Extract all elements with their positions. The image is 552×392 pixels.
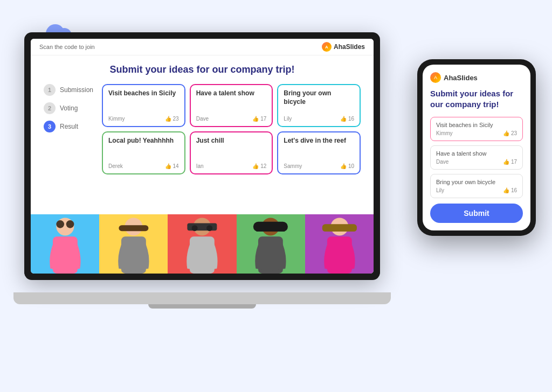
idea-author-5: Sammy [284, 163, 302, 169]
idea-footer-2: Lily 👍 16 [284, 116, 354, 122]
phone-vote-count-2: 16 [511, 187, 517, 193]
aha-icon: A [322, 42, 332, 52]
idea-author-4: Ian [196, 163, 204, 169]
idea-votes-1: 👍 17 [252, 116, 266, 122]
step-circle-2: 2 [44, 102, 56, 114]
idea-card-0: Visit beaches in Sicily Kimmy 👍 23 [102, 84, 185, 127]
thumb-icon-5: 👍 [340, 163, 347, 169]
svg-point-3 [66, 220, 74, 228]
idea-votes-0: 👍 23 [165, 116, 179, 122]
steps-sidebar: 1 Submission 2 Voting 3 Result [44, 84, 93, 174]
step-item-submission: 1 Submission [44, 84, 93, 96]
vote-count-0: 23 [173, 116, 179, 122]
photo-slot-5 [305, 214, 374, 274]
idea-card-1: Have a talent show Dave 👍 17 [190, 84, 273, 127]
idea-author-3: Derek [108, 163, 123, 169]
slide-content: Submit your ideas for our company trip! … [31, 55, 374, 214]
thumb-icon-2: 👍 [340, 116, 347, 122]
vote-count-4: 12 [260, 163, 266, 169]
brand-name-laptop: AhaSlides [334, 43, 365, 51]
step-item-voting: 2 Voting [44, 102, 93, 114]
photo-slot-3 [168, 214, 236, 274]
phone-card-votes-0: 👍 23 [503, 130, 517, 136]
idea-text-4: Just chill [196, 137, 267, 145]
phone-card-author-2: Lily [436, 187, 444, 193]
idea-author-1: Dave [196, 116, 209, 122]
idea-footer-3: Derek 👍 14 [108, 163, 179, 169]
laptop-mockup: Scan the code to join A AhaSlides Submit… [24, 32, 391, 334]
phone-title: Submit your ideas for our company trip! [430, 88, 523, 109]
idea-text-2: Bring your own bicycle [284, 89, 354, 106]
vote-count-5: 10 [348, 163, 354, 169]
phone-card-votes-1: 👍 17 [503, 159, 517, 165]
phone-card-footer-2: Lily 👍 16 [436, 187, 517, 193]
idea-votes-5: 👍 10 [340, 163, 354, 169]
idea-text-1: Have a talent show [196, 89, 267, 98]
vote-count-1: 17 [260, 116, 266, 122]
phone-card-0: Visit beaches in Sicily Kimmy 👍 23 [430, 117, 523, 141]
photo-slot-1 [31, 214, 99, 274]
aha-icon-phone: A [430, 72, 441, 83]
phone-vote-count-0: 23 [511, 130, 517, 136]
phone-thumb-0: 👍 [503, 130, 509, 136]
step-label-result: Result [60, 123, 78, 130]
step-circle-3: 3 [44, 121, 56, 132]
idea-footer-4: Ian 👍 12 [196, 163, 267, 169]
ideas-grid: Visit beaches in Sicily Kimmy 👍 23 Have … [102, 84, 361, 174]
thumb-icon-0: 👍 [165, 116, 171, 122]
idea-footer-1: Dave 👍 17 [196, 116, 267, 122]
slide-title: Submit your ideas for our company trip! [44, 64, 361, 75]
submit-button[interactable]: Submit [430, 204, 523, 223]
idea-votes-2: 👍 16 [340, 116, 354, 122]
photo-strip [31, 214, 374, 274]
laptop-screen: Scan the code to join A AhaSlides Submit… [31, 39, 374, 274]
step-circle-1: 1 [44, 84, 56, 96]
brand-name-phone: AhaSlides [444, 74, 478, 82]
phone-vote-count-1: 17 [511, 159, 517, 165]
phone-logo-row: A AhaSlides [430, 72, 523, 83]
photo-slot-2 [99, 214, 168, 274]
idea-text-3: Local pub! Yeahhhhh [108, 137, 179, 145]
phone-card-1: Have a talent show Dave 👍 17 [430, 145, 523, 170]
phone-card-footer-1: Dave 👍 17 [436, 159, 517, 165]
phone-card-footer-0: Kimmy 👍 23 [436, 130, 517, 136]
thumb-icon-1: 👍 [252, 116, 259, 122]
screen-topbar: Scan the code to join A AhaSlides [31, 39, 374, 55]
svg-point-2 [56, 220, 64, 228]
photo-slot-4 [237, 214, 305, 274]
phone-cards-list: Visit beaches in Sicily Kimmy 👍 23 Have … [430, 117, 523, 198]
idea-card-2: Bring your own bicycle Lily 👍 16 [277, 84, 361, 127]
phone-thumb-1: 👍 [503, 159, 509, 165]
phone-card-author-1: Dave [436, 159, 448, 165]
step-label-voting: Voting [60, 104, 78, 112]
scan-code-text: Scan the code to join [39, 44, 95, 50]
idea-author-2: Lily [284, 116, 292, 122]
laptop-base [13, 292, 391, 304]
idea-text-0: Visit beaches in Sicily [108, 89, 179, 98]
phone-card-title-1: Have a talent show [436, 150, 517, 157]
thumb-icon-4: 👍 [252, 163, 259, 169]
idea-card-3: Local pub! Yeahhhhh Derek 👍 14 [102, 131, 185, 174]
phone-card-author-0: Kimmy [436, 130, 453, 136]
step-label-submission: Submission [60, 86, 93, 94]
ahaslides-logo-laptop: A AhaSlides [322, 42, 365, 52]
idea-text-5: Let's dive in the reef [284, 137, 354, 145]
phone-thumb-2: 👍 [503, 187, 509, 193]
idea-footer-0: Kimmy 👍 23 [108, 116, 179, 122]
idea-author-0: Kimmy [108, 116, 125, 122]
vote-count-3: 14 [173, 163, 179, 169]
phone-card-title-0: Visit beaches in Sicily [436, 122, 517, 128]
phone-screen: A AhaSlides Submit your ideas for our co… [423, 65, 530, 230]
phone-card-2: Bring your own bicycle Lily 👍 16 [430, 174, 523, 198]
idea-card-4: Just chill Ian 👍 12 [190, 131, 273, 174]
thumb-icon-3: 👍 [165, 163, 171, 169]
vote-count-2: 16 [348, 116, 354, 122]
svg-point-9 [192, 225, 198, 231]
step-item-result: 3 Result [44, 121, 93, 132]
svg-rect-6 [119, 225, 148, 231]
phone-card-title-2: Bring your own bicycle [436, 179, 517, 185]
idea-votes-3: 👍 14 [165, 163, 179, 169]
svg-rect-8 [188, 223, 217, 231]
idea-card-5: Let's dive in the reef Sammy 👍 10 [277, 131, 361, 174]
idea-votes-4: 👍 12 [252, 163, 266, 169]
